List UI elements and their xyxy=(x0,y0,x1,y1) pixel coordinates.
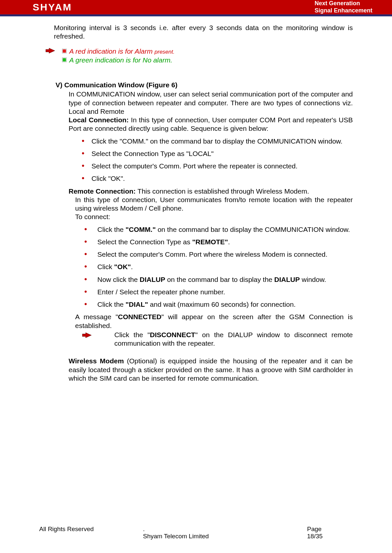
red-note-text: A red indication is for Alarm xyxy=(69,47,155,55)
intro-paragraph: Monitoring interval is 3 seconds i.e. af… xyxy=(54,24,353,41)
red-note-suffix: present. xyxy=(155,49,174,55)
text-bold: Wireless Modem xyxy=(69,357,124,365)
local-label: Local Connection: xyxy=(69,116,129,124)
list-item: Click "OK". xyxy=(84,263,353,271)
list-item: Select the computer's Comm. Port where t… xyxy=(84,250,353,259)
list-item: Now click the DIALUP on the command bar … xyxy=(84,275,353,284)
red-indicator-icon xyxy=(62,49,67,53)
connected-message: A message "CONNECTED" will appear on the… xyxy=(75,313,353,330)
text: and wait (maximum 60 seconds) for connec… xyxy=(148,301,296,308)
list-item: Select the Connection Type as "LOCAL" xyxy=(82,149,353,158)
text: Click xyxy=(97,263,114,270)
remote-rest: This connection is established through W… xyxy=(136,187,309,195)
text-bold: "OK" xyxy=(114,263,131,270)
header-tagline: Next Generation Signal Enhancement xyxy=(315,0,372,14)
footer-page-label: Page xyxy=(307,526,353,533)
remote-steps: Click the "COMM." on the command bar to … xyxy=(84,225,353,309)
text-bold: DIALUP xyxy=(140,276,165,283)
text: . xyxy=(228,238,230,246)
text-bold: "REMOTE" xyxy=(192,238,228,246)
text: . xyxy=(131,263,133,270)
section-v-p1: In COMMUNICATION window, user can select… xyxy=(69,90,353,116)
text: Click the " xyxy=(114,331,150,338)
text-bold: "COMM." xyxy=(125,226,155,233)
pointing-hand-icon xyxy=(82,331,93,338)
local-connection-para: Local Connection: In this type of connec… xyxy=(69,116,353,133)
text: Click the xyxy=(97,301,125,308)
tagline-2: Signal Enhancement xyxy=(315,7,372,14)
alarm-notes: A red indication is for Alarm present. A… xyxy=(56,47,353,65)
list-item: Select the computer's Comm. Port where t… xyxy=(82,162,353,170)
page-content: Monitoring interval is 3 seconds i.e. af… xyxy=(0,16,392,383)
text: Select the Connection Type as xyxy=(97,238,192,246)
text-bold: "DIAL" xyxy=(125,301,148,308)
green-note-text: A green indication is for No alarm. xyxy=(69,56,172,64)
green-indicator-icon xyxy=(62,58,67,62)
footer-page-number: 18/35 xyxy=(307,533,323,540)
text: window. xyxy=(300,276,326,283)
local-steps: Click the "COMM." on the command bar to … xyxy=(82,137,353,183)
text-bold: DISCONNECT xyxy=(150,331,195,338)
text: Click the xyxy=(97,226,125,233)
footer-center: Shyam Telecom Limited xyxy=(143,533,209,540)
list-item: Click the "COMM." on the command bar to … xyxy=(84,225,353,234)
green-alarm-note: A green indication is for No alarm. xyxy=(62,56,174,64)
text-bold: DIALUP xyxy=(274,276,300,283)
page-footer: All Rights Reserved . Shyam Telecom Limi… xyxy=(0,526,392,540)
list-item: Click the "DIAL" and wait (maximum 60 se… xyxy=(84,300,353,309)
red-alarm-note: A red indication is for Alarm present. xyxy=(62,47,174,56)
section-v-title: V) Communication Window (Figure 6) xyxy=(56,81,353,89)
wireless-modem-para: Wireless Modem (Optional) is equipped in… xyxy=(69,357,353,383)
footer-dot: . xyxy=(143,526,209,533)
list-item: Click the "COMM." on the command bar to … xyxy=(82,137,353,146)
footer-left: All Rights Reserved xyxy=(39,526,94,540)
list-item: Enter / Select the repeater phone number… xyxy=(84,288,353,296)
remote-sub: In this type of connection, User communi… xyxy=(75,196,353,213)
section-v: V) Communication Window (Figure 6) In CO… xyxy=(56,81,353,383)
disconnect-note: Click the "DISCONNECT" on the DIALUP win… xyxy=(114,331,353,348)
text: on the command bar to display the xyxy=(165,276,274,283)
text: on the command bar to display the COMMUN… xyxy=(156,226,350,233)
logo: SHYAM xyxy=(33,2,72,13)
header-bar: SHYAM Next Generation Signal Enhancement xyxy=(0,0,392,16)
tagline-1: Next Generation xyxy=(315,0,372,7)
text-bold: CONNECTED xyxy=(118,313,161,320)
remote-connection-para: Remote Connection: This connection is es… xyxy=(69,187,353,196)
text: A message " xyxy=(75,313,118,320)
list-item: Click "OK". xyxy=(82,174,353,183)
to-connect: To connect: xyxy=(75,213,353,221)
list-item: Select the Connection Type as "REMOTE". xyxy=(84,238,353,246)
text: Now click the xyxy=(97,276,140,283)
pointing-hand-icon xyxy=(45,47,56,55)
remote-label: Remote Connection: xyxy=(69,187,136,195)
